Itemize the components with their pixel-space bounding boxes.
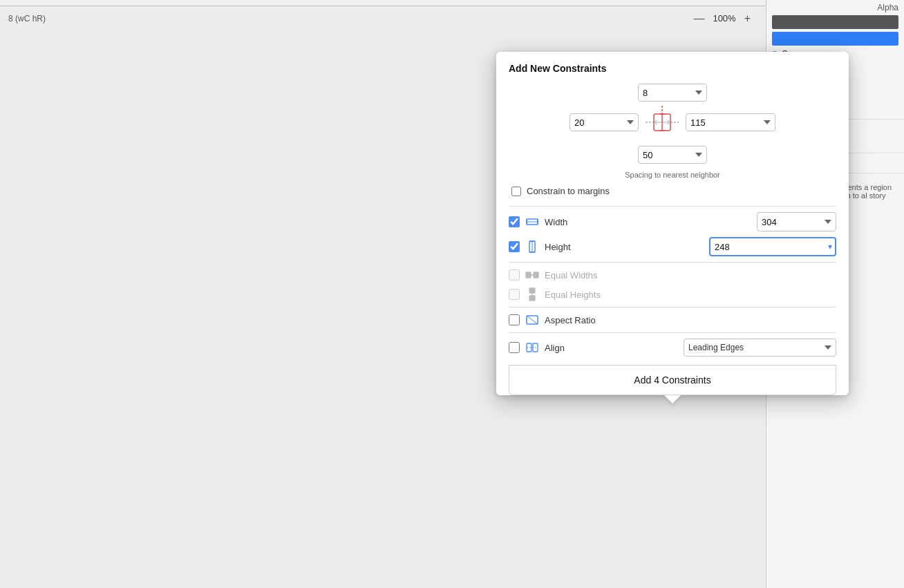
spacing-label: Spacing to nearest neighbor xyxy=(509,171,836,179)
add-constraints-button[interactable]: Add 4 Constraints xyxy=(509,365,836,395)
zoom-label: 100% xyxy=(713,13,735,23)
spacing-widget: 8 20 xyxy=(509,84,836,164)
top-spacing-select[interactable]: 8 xyxy=(638,84,707,102)
equal-heights-icon xyxy=(525,287,539,301)
zoom-decrease-button[interactable]: — xyxy=(690,11,707,26)
equal-heights-checkbox[interactable] xyxy=(509,289,520,300)
svg-rect-33 xyxy=(529,288,535,293)
margins-row: Constrain to margins xyxy=(509,186,836,196)
equal-heights-row: Equal Heights xyxy=(509,287,836,301)
color-swatch-dark xyxy=(772,15,898,29)
align-text-label: Align xyxy=(545,343,678,353)
bottom-spacing-select[interactable]: 50 xyxy=(638,146,707,164)
spacing-middle-row: 20 xyxy=(569,104,775,140)
constraints-popover: Add New Constraints 8 20 xyxy=(496,52,849,395)
height-value-input[interactable] xyxy=(709,237,836,256)
align-checkbox[interactable] xyxy=(509,342,520,353)
width-value-select[interactable]: 304 xyxy=(757,212,836,231)
divider-2 xyxy=(509,262,836,263)
width-label: Width xyxy=(545,217,751,227)
aspect-ratio-icon xyxy=(525,313,539,327)
svg-rect-30 xyxy=(526,272,531,278)
equal-widths-icon xyxy=(525,268,539,282)
aspect-ratio-row: Aspect Ratio xyxy=(509,313,836,327)
equal-widths-row: Equal Widths xyxy=(509,268,836,282)
width-row: Width 304 xyxy=(509,212,836,231)
equal-widths-label: Equal Widths xyxy=(545,270,836,281)
status-info: 8 (wC hR) xyxy=(8,14,46,23)
constrain-margins-label: Constrain to margins xyxy=(527,186,610,196)
zoom-increase-button[interactable]: + xyxy=(742,11,753,26)
left-spacing-select[interactable]: 20 xyxy=(569,113,639,131)
height-label: Height xyxy=(545,242,704,252)
divider-1 xyxy=(509,206,836,207)
svg-line-37 xyxy=(527,316,538,324)
equal-widths-checkbox[interactable] xyxy=(509,269,520,281)
constrain-margins-checkbox[interactable] xyxy=(511,187,521,196)
align-icon xyxy=(525,341,539,354)
width-checkbox[interactable] xyxy=(509,216,520,227)
height-input-wrapper xyxy=(709,237,836,256)
aspect-ratio-label: Aspect Ratio xyxy=(545,315,836,325)
color-swatch-blue xyxy=(772,32,898,46)
equal-heights-label: Equal Heights xyxy=(545,290,836,300)
popover-tail xyxy=(664,395,681,404)
align-row: Align Leading Edges xyxy=(509,339,836,357)
zoom-controls: — 100% + xyxy=(690,11,753,26)
width-icon xyxy=(525,215,539,229)
divider-4 xyxy=(509,332,836,333)
height-icon xyxy=(525,240,539,254)
spacing-bottom-row: 50 xyxy=(638,146,707,164)
svg-rect-34 xyxy=(529,296,535,301)
constraint-diagram xyxy=(644,104,680,140)
right-spacing-select[interactable]: 115 xyxy=(686,113,775,131)
height-checkbox[interactable] xyxy=(509,241,520,252)
aspect-ratio-checkbox[interactable] xyxy=(509,314,520,325)
popover-title: Add New Constraints xyxy=(509,63,836,74)
alpha-label: Alpha xyxy=(766,0,904,14)
align-edges-select[interactable]: Leading Edges xyxy=(684,339,836,357)
divider-3 xyxy=(509,307,836,307)
spacing-top-row: 8 xyxy=(638,84,707,102)
svg-rect-31 xyxy=(534,272,538,278)
height-row: Height xyxy=(509,237,836,256)
